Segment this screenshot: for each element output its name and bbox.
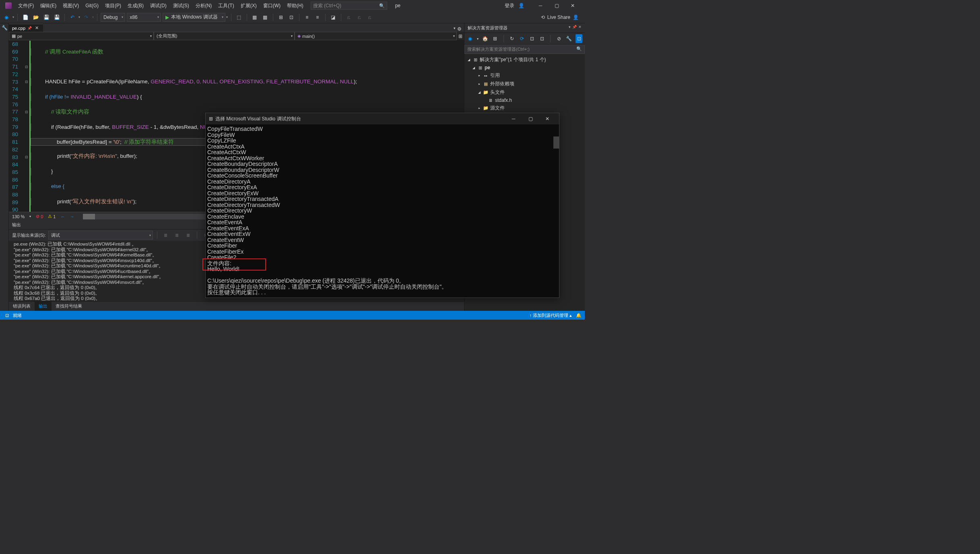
solution-search[interactable]: 搜索解决方案资源管理器(Ctrl+;) 🔍 xyxy=(464,45,585,54)
tree-sources[interactable]: ▸📁源文件 xyxy=(464,104,585,112)
menubar: 文件(F) 编辑(E) 视图(V) Git(G) 项目(P) 生成(B) 调试(… xyxy=(0,0,585,11)
nav-function[interactable]: ◈ main() xyxy=(295,32,457,40)
tb-icon-3[interactable]: ▦ xyxy=(261,13,270,22)
tb-icon-10[interactable]: ⎌ xyxy=(355,13,364,22)
output-tb-3[interactable]: ≣ xyxy=(184,231,193,240)
console-body[interactable]: CopyFileTransactedWCopyFileWCopyLZFileCr… xyxy=(206,124,559,297)
tab-pin-icon[interactable]: 📌 xyxy=(27,26,32,30)
tree-solution-root[interactable]: ◢⊞解决方案"pe"(1 个项目/共 1 个) xyxy=(464,56,585,64)
tb-icon-2[interactable]: ▦ xyxy=(250,13,259,22)
open-icon[interactable]: 📂 xyxy=(31,13,40,22)
tb-icon-4[interactable]: ⊞ xyxy=(276,13,285,22)
menu-debug[interactable]: 调试(D) xyxy=(147,1,170,11)
menu-project[interactable]: 项目(P) xyxy=(102,1,124,11)
user-avatar-icon[interactable]: 👤 xyxy=(573,14,579,20)
console-maximize[interactable]: ▢ xyxy=(522,113,539,124)
tab-find-results[interactable]: 查找符号结果 xyxy=(52,302,86,311)
source-control-button[interactable]: ↑ 添加到源代码管理 ▴ xyxy=(529,312,572,318)
menu-edit[interactable]: 编辑(E) xyxy=(37,1,60,11)
debug-console-window: ⊞ 选择 Microsoft Visual Studio 调试控制台 ─ ▢ ✕… xyxy=(205,113,559,298)
sol-tb-6[interactable]: ⊡ xyxy=(576,34,582,43)
menu-tools[interactable]: 工具(T) xyxy=(215,1,237,11)
sol-tb-3[interactable]: ⊡ xyxy=(529,34,536,43)
output-source-dropdown[interactable]: 调试 xyxy=(48,231,153,240)
new-project-icon[interactable]: 📄 xyxy=(21,13,30,22)
menu-build[interactable]: 生成(B) xyxy=(124,1,147,11)
fold-gutter[interactable]: ⊟⊟⊟⊟ xyxy=(24,41,29,212)
tb-icon-6[interactable]: ≡ xyxy=(303,13,312,22)
menu-test[interactable]: 测试(S) xyxy=(170,1,192,11)
toolbox-icon[interactable]: 🔧 xyxy=(0,23,8,32)
tree-stdafx[interactable]: 🗎stdafx.h xyxy=(464,97,585,104)
tree-references[interactable]: ▸▪▪引用 xyxy=(464,71,585,80)
liveshare-button[interactable]: Live Share xyxy=(547,14,570,20)
tree-project[interactable]: ◢⊞pe xyxy=(464,64,585,71)
sol-pin-icon[interactable]: 📌 xyxy=(572,25,577,31)
redo-icon[interactable]: ↷ xyxy=(82,13,91,22)
undo-icon[interactable]: ↶ xyxy=(68,13,77,22)
sol-tb-1[interactable]: ↻ xyxy=(509,34,516,43)
login-button[interactable]: 登录 xyxy=(505,2,514,9)
window-close[interactable]: ✕ xyxy=(565,0,581,11)
nav-prev-icon[interactable]: ← xyxy=(60,214,65,219)
sol-tb-4[interactable]: ⊡ xyxy=(538,34,545,43)
nav-back-icon[interactable]: ◉ xyxy=(2,13,11,22)
tab-output[interactable]: 输出 xyxy=(35,302,52,311)
output-tb-1[interactable]: ≣ xyxy=(161,231,170,240)
tab-settings-icon[interactable]: ⚙ xyxy=(457,26,462,32)
menu-help[interactable]: 帮助(H) xyxy=(284,1,307,11)
user-icon[interactable]: 👤 xyxy=(518,3,524,8)
highlight-box xyxy=(202,258,266,271)
console-scrollbar[interactable] xyxy=(553,136,559,149)
sol-tb-2[interactable]: ⟳ xyxy=(519,34,526,43)
console-close[interactable]: ✕ xyxy=(539,113,556,124)
tb-icon-5[interactable]: ⊡ xyxy=(287,13,296,22)
nav-split-icon[interactable]: ⊞ xyxy=(457,32,464,40)
menu-git[interactable]: Git(G) xyxy=(82,1,102,10)
menu-window[interactable]: 窗口(W) xyxy=(260,1,284,11)
nav-scope[interactable]: ▦ pe xyxy=(9,32,154,40)
sol-tb-5[interactable]: ⊘ xyxy=(555,34,562,43)
tb-icon-8[interactable]: ◪ xyxy=(329,13,338,22)
sol-tb-home[interactable]: 🏠 xyxy=(482,34,489,43)
save-all-icon[interactable]: 💾 xyxy=(52,13,61,22)
tab-dropdown-icon[interactable]: ▾ xyxy=(454,26,456,32)
menu-extensions[interactable]: 扩展(X) xyxy=(237,1,260,11)
nav-next-icon[interactable]: → xyxy=(70,214,74,219)
navigation-bar: ▦ pe (全局范围) ◈ main() ⊞ xyxy=(9,32,464,41)
menu-analyze[interactable]: 分析(N) xyxy=(192,1,215,11)
nav-member[interactable]: (全局范围) xyxy=(154,32,295,40)
tab-pe-cpp[interactable]: pe.cpp 📌 ✕ xyxy=(9,24,43,32)
sol-dropdown-icon[interactable]: ▾ xyxy=(569,25,571,31)
tb-icon-7[interactable]: ≡ xyxy=(313,13,322,22)
output-tb-2[interactable]: ≣ xyxy=(173,231,182,240)
config-dropdown[interactable]: Debug xyxy=(101,13,125,22)
tree-headers[interactable]: ◢📁头文件 xyxy=(464,88,585,97)
tb-icon-9[interactable]: ⎌ xyxy=(345,13,353,22)
tab-close-icon[interactable]: ✕ xyxy=(34,25,40,31)
menu-view[interactable]: 视图(V) xyxy=(60,1,82,11)
search-input[interactable]: 搜索 (Ctrl+Q) 🔍 xyxy=(311,2,387,10)
window-maximize[interactable]: ▢ xyxy=(549,0,565,11)
tab-error-list[interactable]: 错误列表 xyxy=(9,302,35,311)
menu-file[interactable]: 文件(F) xyxy=(15,1,37,11)
zoom-level[interactable]: 130 % xyxy=(12,214,25,219)
console-minimize[interactable]: ─ xyxy=(505,113,522,124)
error-count[interactable]: ⊘0 xyxy=(36,214,43,219)
platform-dropdown[interactable]: x86 xyxy=(127,13,161,22)
sol-tb-sync[interactable]: ⊞ xyxy=(492,34,499,43)
save-icon[interactable]: 💾 xyxy=(42,13,51,22)
repo-status-icon[interactable]: ⊡ xyxy=(3,311,10,320)
tb-icon-1[interactable]: ⬚ xyxy=(235,13,243,22)
warning-count[interactable]: ⚠1 xyxy=(48,214,56,219)
window-minimize[interactable]: ─ xyxy=(532,0,549,11)
sol-tb-back[interactable]: ◉ xyxy=(467,34,474,43)
sol-tb-wrench[interactable]: 🔧 xyxy=(565,34,572,43)
left-toolbox-gutter[interactable]: 🔧 xyxy=(0,23,9,311)
tb-icon-11[interactable]: ⎌ xyxy=(365,13,374,22)
tree-external[interactable]: ▸▦外部依赖项 xyxy=(464,80,585,88)
func-icon: ◈ xyxy=(297,33,301,39)
notifications-icon[interactable]: 🔔 xyxy=(576,313,582,318)
start-debug-button[interactable]: ▶ 本地 Windows 调试器 xyxy=(163,13,225,22)
sol-close-icon[interactable]: ✕ xyxy=(578,25,582,31)
